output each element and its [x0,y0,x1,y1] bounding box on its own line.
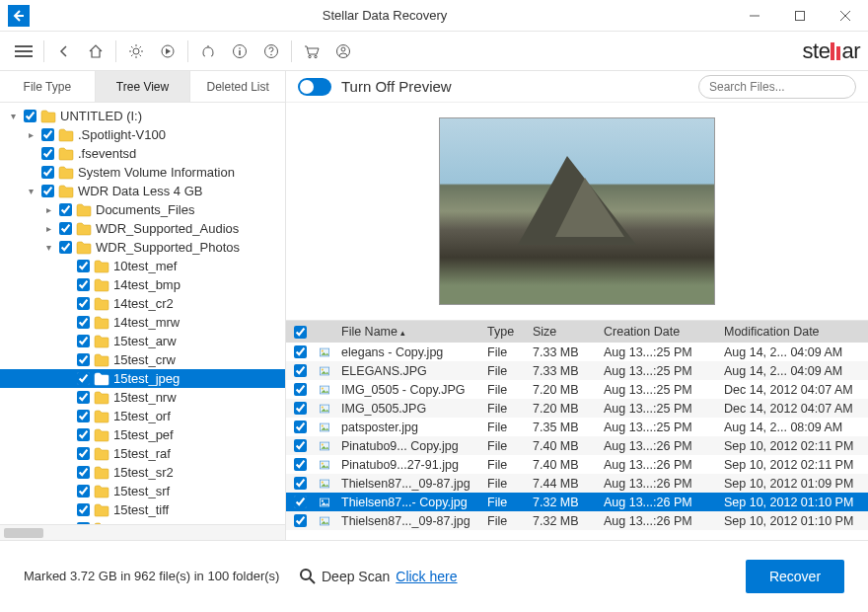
select-all-checkbox[interactable] [294,326,307,339]
tree-checkbox[interactable] [77,522,90,524]
tree-item[interactable]: 15test_sr2 [0,463,285,482]
back-button[interactable] [48,36,80,67]
tree-item[interactable]: .fseventsd [0,144,285,163]
col-size[interactable]: Size [527,325,598,339]
row-checkbox[interactable] [294,439,307,452]
tree-checkbox[interactable] [77,503,90,516]
tree-checkbox[interactable] [77,335,90,347]
search-input[interactable] [709,80,857,94]
close-button[interactable] [823,0,868,32]
folder-tree[interactable]: ▾UNTITLED (I:)▸.Spotlight-V100.fseventsd… [0,103,285,524]
tree-h-scrollbar[interactable] [0,524,285,540]
tree-item[interactable]: 15test_orf [0,407,285,425]
tree-checkbox[interactable] [77,372,90,385]
tree-checkbox[interactable] [77,447,90,460]
tree-checkbox[interactable] [41,166,54,179]
tab-tree-view[interactable]: Tree View [96,71,191,102]
tree-checkbox[interactable] [77,278,90,291]
expand-icon[interactable]: ▸ [41,204,55,215]
home-button[interactable] [80,36,111,67]
table-row[interactable]: IMG_0505.JPGFile7.20 MBAug 13...:25 PMDe… [286,399,868,418]
tree-checkbox[interactable] [77,485,90,497]
table-row[interactable]: Thielsen87..._09-87.jpgFile7.44 MBAug 13… [286,474,868,493]
tree-item[interactable]: 15test_nrw [0,388,285,407]
tree-checkbox[interactable] [41,147,54,160]
table-row[interactable]: elegans - Copy.jpgFile7.33 MBAug 13...:2… [286,343,868,361]
tree-checkbox[interactable] [77,316,90,329]
settings-button[interactable] [120,36,152,67]
row-checkbox[interactable] [294,383,307,396]
tree-item[interactable]: ▾WDR_Supported_Photos [0,238,285,257]
tree-checkbox[interactable] [77,428,90,441]
search-box[interactable] [698,75,856,99]
row-checkbox[interactable] [294,477,307,490]
help-button[interactable] [255,36,287,67]
tree-checkbox[interactable] [41,128,54,141]
user-button[interactable] [327,36,359,67]
tab-file-type[interactable]: File Type [0,71,96,102]
buy-button[interactable] [296,36,327,67]
maximize-button[interactable] [777,0,823,32]
info-button[interactable] [224,36,255,67]
preview-toggle[interactable] [298,78,331,96]
row-checkbox[interactable] [294,364,307,377]
col-type[interactable]: Type [481,325,527,339]
tree-item[interactable]: ▾WDR Data Less 4 GB [0,182,285,200]
tree-item[interactable]: 10test_mef [0,257,285,275]
tree-checkbox[interactable] [59,222,72,235]
tree-checkbox[interactable] [41,185,54,197]
tree-item[interactable]: 14test_bmp [0,275,285,294]
row-checkbox[interactable] [294,402,307,415]
expand-icon[interactable]: ▸ [24,129,37,140]
support-button[interactable] [192,36,224,67]
tree-item[interactable]: 15test_crw [0,350,285,369]
expand-icon[interactable]: ▾ [41,242,55,253]
table-row[interactable]: ELEGANS.JPGFile7.33 MBAug 13...:25 PMAug… [286,361,868,380]
tree-item[interactable]: ▸Documents_Files [0,200,285,219]
tree-item[interactable]: ▾UNTITLED (I:) [0,107,285,125]
tree-item[interactable]: 15test_x3f [0,519,285,524]
expand-icon[interactable]: ▾ [24,186,37,196]
row-checkbox[interactable] [294,496,307,508]
tree-item[interactable]: System Volume Information [0,163,285,182]
tree-checkbox[interactable] [77,297,90,310]
tree-checkbox[interactable] [77,353,90,366]
table-row[interactable]: Pinatubo9...27-91.jpgFile7.40 MBAug 13..… [286,455,868,474]
tree-checkbox[interactable] [77,391,90,404]
tree-item[interactable]: 15test_srf [0,482,285,500]
tree-checkbox[interactable] [59,203,72,216]
table-row[interactable]: Pinatubo9... Copy.jpgFile7.40 MBAug 13..… [286,436,868,455]
tab-deleted-list[interactable]: Deleted List [190,71,285,102]
tree-item[interactable]: 15test_jpeg [0,369,285,388]
table-row[interactable]: IMG_0505 - Copy.JPGFile7.20 MBAug 13...:… [286,380,868,399]
table-row[interactable]: patsposter.jpgFile7.35 MBAug 13...:25 PM… [286,418,868,436]
expand-icon[interactable]: ▾ [6,111,20,121]
row-checkbox[interactable] [294,421,307,433]
row-checkbox[interactable] [294,458,307,471]
table-row[interactable]: Thielsen87..._09-87.jpgFile7.32 MBAug 13… [286,511,868,530]
tree-item[interactable]: ▸WDR_Supported_Audios [0,219,285,238]
tree-item[interactable]: 15test_arw [0,332,285,350]
tree-item[interactable]: 14test_mrw [0,313,285,332]
col-creation-date[interactable]: Creation Date [598,325,718,339]
col-modification-date[interactable]: Modification Date [718,325,868,339]
tree-checkbox[interactable] [24,110,36,122]
tree-checkbox[interactable] [77,260,90,272]
tree-item[interactable]: ▸.Spotlight-V100 [0,125,285,144]
row-checkbox[interactable] [294,345,307,358]
tree-item[interactable]: 15test_tiff [0,500,285,519]
tree-item[interactable]: 14test_cr2 [0,294,285,313]
tree-item[interactable]: 15test_raf [0,444,285,463]
tree-checkbox[interactable] [59,241,72,254]
table-row[interactable]: Thielsen87...- Copy.jpgFile7.32 MBAug 13… [286,493,868,511]
row-checkbox[interactable] [294,514,307,527]
resume-button[interactable] [152,36,183,67]
recover-button[interactable]: Recover [746,560,844,593]
tree-item[interactable]: 15test_pef [0,425,285,444]
minimize-button[interactable] [732,0,777,32]
expand-icon[interactable]: ▸ [41,223,55,234]
tree-checkbox[interactable] [77,410,90,422]
deep-scan-link[interactable]: Click here [396,569,457,584]
col-file-name[interactable]: File Name▴ [335,325,481,339]
menu-button[interactable] [8,36,39,67]
